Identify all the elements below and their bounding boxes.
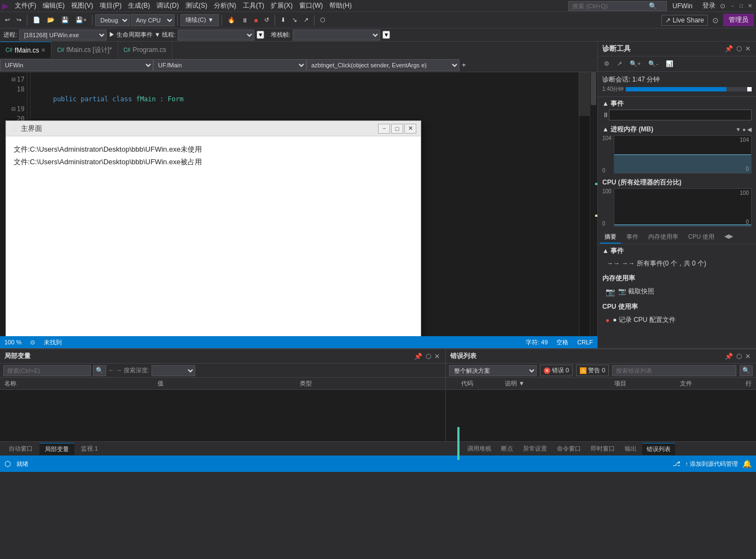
member-nav-select[interactable]: UF.fMain (153, 59, 306, 71)
events-pause-btn[interactable]: ⏸ (602, 111, 609, 119)
save-all-button[interactable]: 💾+ (73, 15, 89, 25)
live-share-button[interactable]: ↗ Live Share (661, 15, 708, 26)
notification-icon[interactable]: 🔔 (742, 459, 752, 468)
diag-float-button[interactable]: ⬡ (735, 44, 743, 54)
errors-close-btn[interactable]: ✕ (744, 351, 752, 361)
continue-button[interactable]: 继续(C) ▼ (181, 14, 218, 26)
vertical-scrollbar[interactable] (590, 72, 597, 336)
menu-tools[interactable]: 工具(T) (240, 0, 267, 11)
errors-list-tab[interactable]: 错误列表 (642, 443, 675, 455)
locals-search-btn[interactable]: 🔍 (93, 365, 106, 376)
immediate-tab[interactable]: 即时窗口 (586, 443, 619, 454)
snapshot-button[interactable]: 📷 📷 截取快照 (602, 285, 752, 298)
scrollbar-thumb[interactable] (591, 72, 596, 105)
maximize-button[interactable]: □ (737, 2, 745, 10)
locals-pin-btn[interactable]: 📌 (413, 351, 423, 361)
restart-button[interactable]: ↺ (261, 15, 272, 25)
callstack-tab[interactable]: 调用堆栈 (463, 443, 496, 454)
errors-search-input[interactable] (612, 365, 736, 376)
dialog-close-button[interactable]: ✕ (404, 124, 416, 134)
undo-button[interactable]: ↩ (2, 15, 13, 25)
breakpoints-button[interactable]: ⬡ (317, 15, 328, 25)
tab-fmain-cs[interactable]: C# fMain.cs ✕ (0, 42, 51, 58)
stack-select[interactable] (293, 30, 380, 41)
record-cpu-button[interactable]: ● ● 记录 CPU 配置文件 (602, 314, 752, 326)
output-tab[interactable]: 输出 (620, 443, 641, 454)
dialog-minimize-button[interactable]: － (378, 124, 390, 134)
search-input[interactable] (572, 3, 649, 9)
nav-expand-btn[interactable]: + (460, 60, 468, 70)
step-over-button[interactable]: ⬇ (278, 15, 288, 25)
menu-test[interactable]: 测试(S) (182, 0, 211, 11)
menu-window[interactable]: 窗口(W) (296, 0, 326, 11)
diag-pin-button[interactable]: 📌 (724, 44, 734, 54)
method-nav-select[interactable]: azbtnget_Click(object sender, EventArgs … (306, 59, 460, 71)
close-window-button[interactable]: ✕ (746, 2, 754, 10)
redo-button[interactable]: ↪ (14, 15, 24, 25)
auto-window-tab[interactable]: 自动窗口 (3, 443, 38, 454)
add-source-label[interactable]: ↑ 添加到源代码管理 (685, 460, 738, 468)
minimap[interactable] (579, 72, 590, 336)
errors-search-btn[interactable]: 🔍 (740, 365, 753, 376)
stop-button[interactable]: ■ (252, 15, 261, 25)
zoom-level[interactable]: 100 % (4, 339, 21, 345)
locals-close-btn[interactable]: ✕ (433, 351, 441, 361)
fold-marker-19[interactable]: ⊟ (11, 104, 15, 114)
menu-file[interactable]: 文件(F) (11, 0, 39, 11)
tab-fmain-design[interactable]: C# fMain.cs [设计]* (51, 42, 118, 58)
minimize-button[interactable]: － (729, 2, 736, 10)
solution-select[interactable]: 整个解决方案 (449, 365, 537, 376)
diag-tab-summary[interactable]: 摘要 (600, 231, 621, 244)
profile-icon[interactable]: ⊙ (712, 16, 719, 25)
diag-tab-nav[interactable]: ◀▶ (720, 231, 737, 244)
login-label[interactable]: 登录 (702, 1, 716, 10)
open-button[interactable]: 📂 (44, 15, 57, 25)
close-tab-fmain[interactable]: ✕ (41, 47, 45, 53)
locals-tab[interactable]: 局部变量 (39, 443, 74, 455)
breakpoints-tab[interactable]: 断点 (497, 443, 517, 454)
hot-reload-button[interactable]: 🔥 (225, 15, 238, 25)
thread-select[interactable] (178, 30, 254, 41)
diag-close-button[interactable]: ✕ (744, 44, 752, 54)
menu-build[interactable]: 生成(B) (125, 0, 153, 11)
command-tab[interactable]: 命令窗口 (553, 443, 585, 454)
pause-button[interactable]: ⏸ (239, 15, 251, 25)
errors-float-btn[interactable]: ⬡ (735, 351, 743, 361)
locals-float-btn[interactable]: ⬡ (424, 351, 432, 361)
errors-pin-btn[interactable]: 📌 (724, 351, 734, 361)
diag-chart-button[interactable]: 📊 (663, 59, 676, 69)
locals-depth-select[interactable] (152, 365, 195, 376)
thread-nav-btn[interactable]: ▼ (257, 31, 264, 39)
diag-tab-events[interactable]: 事件 (622, 231, 643, 244)
diag-zoom-in-button[interactable]: 🔍+ (627, 59, 643, 69)
diag-nav-button[interactable]: ↗ (614, 59, 625, 69)
menu-analyze[interactable]: 分析(N) (211, 0, 240, 11)
menu-debug[interactable]: 调试(D) (153, 0, 182, 11)
admin-button[interactable]: 管理员 (723, 14, 754, 26)
fold-marker-17[interactable]: ⊟ (11, 74, 15, 84)
diag-tab-memory[interactable]: 内存使用率 (644, 231, 683, 244)
warning-count-badge[interactable]: ⚠ 警告 0 (576, 365, 609, 376)
new-file-button[interactable]: 📄 (30, 15, 43, 25)
menu-extensions[interactable]: 扩展(X) (267, 0, 296, 11)
step-out-button[interactable]: ↗ (301, 15, 311, 25)
menu-help[interactable]: 帮助(H) (326, 0, 355, 11)
diag-zoom-out-button[interactable]: 🔍- (645, 59, 661, 69)
stack-nav-btn[interactable]: ▼ (382, 31, 390, 39)
watch-tab[interactable]: 监视 1 (75, 443, 103, 454)
step-into-button[interactable]: ↘ (289, 15, 300, 25)
diag-settings-button[interactable]: ⚙ (601, 59, 612, 69)
class-nav-select[interactable]: UFWin (0, 59, 153, 71)
error-count-badge[interactable]: ✕ 错误 0 (540, 365, 573, 376)
menu-view[interactable]: 视图(V) (68, 0, 96, 11)
diag-tab-cpu[interactable]: CPU 使用 (684, 231, 719, 244)
cpu-select[interactable]: Any CPU (131, 14, 175, 26)
code-editor-container[interactable]: ⊟17 18 ⊟19 20 21 22 23 ⊟24 25 26 27 28 2… (0, 72, 597, 336)
search-box[interactable]: 🔍 (568, 1, 667, 11)
menu-project[interactable]: 项目(P) (96, 0, 125, 11)
tab-program-cs[interactable]: C# Program.cs (118, 42, 172, 58)
debug-mode-select[interactable]: Debug (95, 14, 130, 26)
dialog-maximize-button[interactable]: □ (391, 124, 403, 134)
locals-search-input[interactable] (3, 365, 91, 376)
menu-edit[interactable]: 编辑(E) (39, 0, 68, 11)
